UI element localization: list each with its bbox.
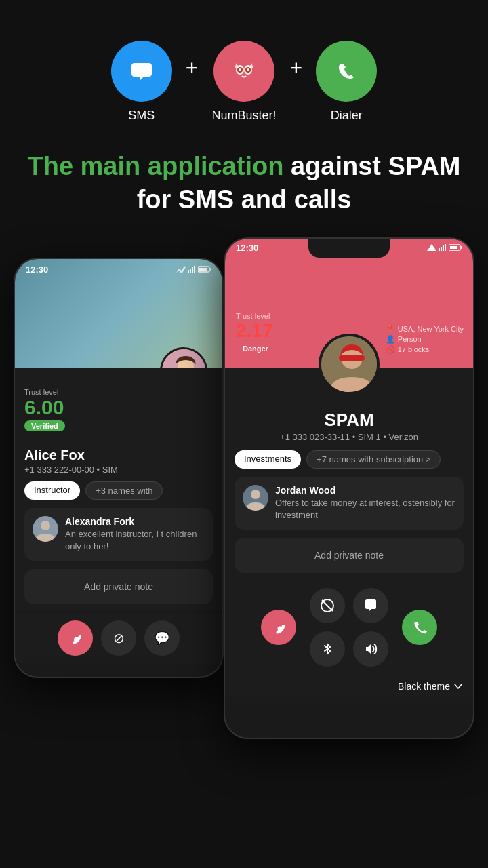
right-review-card: Jordan Wood Offers to take money at inte… [235,477,464,530]
svg-point-32 [251,490,260,499]
right-trust-label: Trust level [236,312,275,320]
svg-rect-26 [450,246,458,249]
left-review-content: Alexandra Fork An excellent instructor, … [65,516,205,553]
right-location: USA, New York City [398,325,464,333]
headline-section: The main application against SPAM for SM… [0,123,488,231]
svg-point-8 [329,54,363,88]
headline-highlight: The main application [27,152,283,180]
svg-rect-30 [339,355,365,361]
left-reviewer-name: Alexandra Fork [65,516,205,527]
right-tag-0[interactable]: Investments [235,450,301,469]
phones-section: 12:30 [0,237,488,766]
svg-rect-21 [439,248,440,251]
svg-line-34 [322,600,333,611]
right-speaker-btn[interactable] [353,631,388,667]
left-contact-name: Alice Fox [24,448,213,463]
left-trust-score: 6.00 [24,396,213,419]
svg-marker-20 [427,244,436,251]
svg-rect-9 [188,270,189,273]
svg-rect-11 [192,267,193,273]
svg-point-6 [239,68,241,71]
svg-rect-24 [445,244,446,251]
svg-rect-14 [199,268,207,271]
numb-app-icon [214,41,274,102]
right-controls-grid [310,588,388,667]
left-time: 12:30 [26,264,48,275]
right-avatar [319,334,380,395]
plus-1: + [186,56,199,81]
dialer-app-icon [316,41,377,102]
left-status-bar: 12:30 [15,259,222,280]
svg-rect-27 [461,246,462,249]
svg-rect-15 [210,268,211,271]
plus-2: + [290,56,303,81]
right-trust-badge: Danger [236,343,275,354]
phone-right: 12:30 Trust level 2.17 Danger [224,237,474,739]
left-review-card: Alexandra Fork An excellent instructor, … [24,508,213,561]
left-trust-badge: Verified [24,420,65,431]
numb-label: NumBuster! [211,108,276,123]
left-end-call[interactable] [58,620,93,656]
left-review-text: An excellent instructor, I t children on… [65,528,205,553]
right-contact-number: +1 333 023-33-11 • SIM 1 • Verizon [235,432,464,442]
right-blocks: 17 blocks [398,345,429,353]
left-message[interactable]: 💬 [144,620,180,656]
right-bt-btn[interactable] [310,631,345,667]
right-trust-score: 2.17 [236,320,275,342]
left-tag-0[interactable]: Instructor [24,481,80,500]
app-icons-section: SMS + NumBuster! + [0,0,488,123]
svg-point-19 [41,521,50,530]
left-avatar [160,347,207,368]
left-reviewer-avatar [33,516,58,542]
numb-app-container: NumBuster! [211,41,276,123]
right-msg-btn[interactable] [353,588,388,623]
dialer-label: Dialer [331,108,363,123]
sms-app-container: SMS [111,41,172,123]
right-type: Person [398,335,422,343]
left-ban[interactable]: ⊘ [101,620,136,656]
headline-text: The main application against SPAM for SM… [27,150,461,217]
right-tag-1[interactable]: +7 names with subscription > [306,450,441,469]
right-reviewer-name: Jordan Wood [275,485,455,496]
svg-point-1 [227,54,261,88]
right-review-content: Jordan Wood Offers to take money at inte… [275,485,455,521]
right-end-call[interactable] [261,610,296,645]
right-answer-call[interactable] [402,610,437,645]
sms-app-icon [111,41,172,102]
svg-rect-22 [441,247,442,251]
phone-left: 12:30 [14,258,224,678]
right-time: 12:30 [236,243,258,253]
theme-selector[interactable]: Black theme [398,681,462,692]
right-contact-name: SPAM [235,410,464,431]
left-contact-number: +1 333 222-00-00 • SIM [24,465,213,475]
left-tags: Instructor +3 names with [24,481,213,500]
right-review-text: Offers to take money at interest, ostens… [275,497,455,521]
right-ban-btn[interactable] [310,588,345,623]
theme-label: Black theme [398,681,450,692]
right-reviewer-avatar [243,485,268,511]
sms-label: SMS [128,108,155,123]
dialer-app-container: Dialer [316,41,377,123]
right-add-note[interactable]: Add private note [235,538,464,573]
left-add-note[interactable]: Add private note [24,569,213,604]
svg-rect-10 [190,269,191,273]
svg-rect-12 [194,266,195,273]
svg-rect-23 [443,245,444,251]
left-trust-label: Trust level [24,388,213,396]
left-tag-1[interactable]: +3 names with [85,481,163,500]
svg-point-7 [247,68,249,71]
right-tags: Investments +7 names with subscription > [235,450,464,469]
